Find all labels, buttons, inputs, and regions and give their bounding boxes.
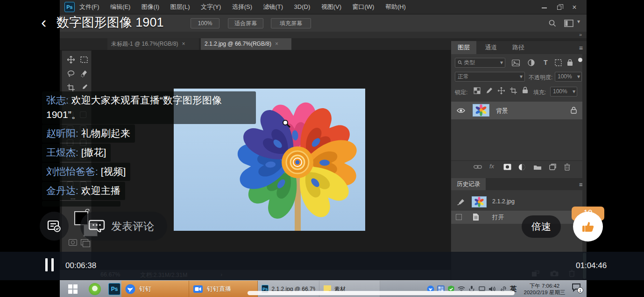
layer-name: 背景 [496,107,508,115]
back-icon[interactable]: ‹ [41,13,46,31]
close-icon[interactable]: × [568,3,581,12]
tab-history[interactable]: 历史记录 [451,178,486,190]
chat-message-partial [42,201,120,207]
chat-message: 刘恺怡爸爸: [视频] [42,163,130,181]
tab-paths[interactable]: 路径 [506,41,531,54]
menu-layer[interactable]: 图层(L) [170,0,190,14]
blend-mode-select[interactable]: 正常 ▾ [455,72,525,82]
notification-center-button[interactable]: 1 [572,283,584,295]
chat-username[interactable]: 金丹达: [46,185,78,196]
fit-screen-button[interactable]: 适合屏幕 [228,18,263,28]
layer-group-icon[interactable] [533,164,542,170]
menu-window[interactable]: 窗口(W) [353,0,375,14]
lasso-tool-icon[interactable] [66,69,76,79]
taskbar-dingtalk-live[interactable]: 钉钉直播 [189,281,258,297]
photoshop-taskbar-icon[interactable]: Ps [108,283,120,295]
menu-filter[interactable]: 滤镜(T) [263,0,283,14]
filter-toggle-icon[interactable] [578,58,582,62]
taskbar-dingtalk[interactable]: 钉钉 [121,281,189,297]
menu-select[interactable]: 选择(S) [232,0,252,14]
marquee-tool-icon[interactable] [79,55,89,65]
zoom-value-field[interactable]: 100% [191,18,219,28]
screen-mode-icon[interactable] [81,239,88,245]
chat-username[interactable]: 赵昕阳: [46,128,78,138]
filter-smart-object-icon[interactable] [567,59,573,66]
filter-type-icon[interactable]: T [544,59,548,66]
menu-view[interactable]: 视图(V) [321,0,341,14]
history-source-row[interactable]: 2.1.2.jpg [451,195,583,209]
fill-screen-button[interactable]: 填充屏幕 [271,18,311,28]
menu-3d[interactable]: 3D(D) [294,0,311,14]
lock-position-icon[interactable] [498,87,505,94]
layer-style-fx-icon[interactable]: fx [489,163,494,170]
history-brush-source-icon[interactable] [457,199,465,206]
double-chevron-icon[interactable]: » [579,32,582,37]
lock-pixels-icon[interactable] [486,87,493,94]
home-indicator[interactable] [248,291,515,295]
filter-shape-icon[interactable] [555,59,562,66]
menu-edit[interactable]: 编辑(E) [110,0,130,14]
layers-panel-tabs: 图层 通道 路径 ≡ [451,41,587,54]
pause-button[interactable] [43,258,56,273]
chat-username[interactable]: 刘恺怡爸爸: [46,166,98,177]
chevron-down-icon: ▾ [573,87,575,96]
delete-layer-icon[interactable] [564,163,570,171]
like-button[interactable] [573,212,603,242]
speech-bubble-icon [89,219,106,234]
layer-row-background[interactable]: 背景 [451,102,583,119]
menu-help[interactable]: 帮助(H) [385,0,406,14]
restore-icon[interactable] [553,4,566,11]
layer-thumbnail[interactable] [473,104,489,117]
tab-layers[interactable]: 图层 [451,41,476,54]
tab-untitled[interactable]: 未标题-1 @ 16.7%(RGB/8)× [107,38,199,50]
tab-close-icon[interactable]: × [182,41,185,47]
move-tool-icon[interactable] [66,55,76,65]
new-layer-icon[interactable] [549,164,556,170]
quick-mask-icon[interactable] [69,239,77,246]
lock-transparency-icon[interactable] [474,87,481,94]
filter-adjustment-icon[interactable] [528,59,535,66]
panel-scrollbar[interactable] [582,54,587,280]
workspace-icon[interactable] [564,20,573,27]
taskbar-clock[interactable]: 下午 7:06:42 2020/2/19 星期三 [520,283,569,296]
tab-close-icon[interactable]: × [275,41,278,47]
chat-message: 赵昕阳: 礼物刷起来 [42,124,135,143]
live-camera-icon [193,284,203,294]
ps-menubar: Ps 文件(F) 编辑(E) 图像(I) 图层(L) 文字(Y) 选择(S) 滤… [60,0,587,14]
minimize-icon[interactable] [538,4,551,11]
tab-channels[interactable]: 通道 [478,41,503,54]
lock-all-icon[interactable] [522,87,528,94]
dingtalk-icon [125,284,135,294]
quick-selection-tool-icon[interactable] [79,69,89,79]
tab-212jpg[interactable]: 2.1.2.jpg @ 66.7%(RGB/8)× [201,38,291,50]
menu-type[interactable]: 文字(Y) [201,0,221,14]
chat-message: 张志: 欢迎大家来观看直播“数字图形图像 1901”。 [42,91,256,124]
opacity-field[interactable]: 100% ▾ [555,72,582,82]
comment-input[interactable]: 发表评论 [80,212,167,241]
fill-field[interactable]: 100% ▾ [550,87,577,97]
visibility-eye-icon[interactable] [457,108,465,113]
history-panel-header: 历史记录 ≡ [451,178,587,190]
chevron-down-icon[interactable]: ▾ [577,18,580,25]
panel-menu-icon[interactable]: ≡ [579,44,583,52]
photoshop-logo-icon: Ps [64,2,75,12]
chat-username[interactable]: 王煜杰: [46,147,78,158]
layer-filter-select[interactable]: 类型 ▾ [455,58,505,68]
chat-message: 王煜杰: [撒花] [42,144,111,162]
playback-speed-button[interactable]: 倍速 [522,215,561,238]
adjustment-layer-icon[interactable] [518,164,525,171]
quick-comment-button[interactable] [40,212,69,241]
menu-file[interactable]: 文件(F) [79,0,99,14]
history-checkbox[interactable] [456,214,462,220]
browser-icon[interactable] [89,283,101,295]
windows-logo-icon [68,284,78,294]
menu-image[interactable]: 图像(I) [142,0,159,14]
lock-artboard-icon[interactable] [510,87,517,94]
link-layers-icon[interactable] [474,165,482,169]
search-icon[interactable] [548,19,557,28]
history-open-row[interactable]: 打开 [451,211,583,224]
chat-username[interactable]: 张志: [46,95,69,105]
layer-mask-icon[interactable] [503,164,511,170]
start-button[interactable] [64,283,82,295]
filter-pixel-layers-icon[interactable] [512,60,520,66]
